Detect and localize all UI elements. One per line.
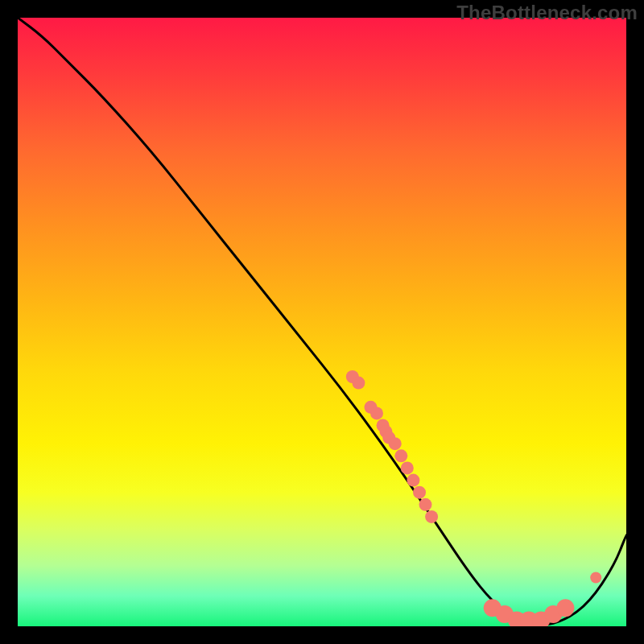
watermark-text: TheBottleneck.com [456, 2, 638, 24]
curve-layer [18, 18, 626, 625]
scatter-point [590, 572, 601, 584]
scatter-point [401, 461, 414, 474]
plot-area [18, 18, 626, 626]
scatter-point [425, 510, 438, 523]
chart-frame: TheBottleneck.com [0, 0, 644, 644]
chart-svg [18, 18, 626, 626]
scatter-point [394, 449, 407, 462]
scatter-point [370, 407, 383, 419]
scatter-point [352, 377, 365, 390]
scatter-point [419, 498, 432, 511]
bottleneck-curve-path [18, 18, 626, 625]
scatter-point [389, 437, 402, 450]
scatter-point [407, 474, 419, 487]
scatter-point [413, 486, 426, 499]
scatter-point [556, 599, 574, 617]
scatter-layer [346, 370, 601, 626]
